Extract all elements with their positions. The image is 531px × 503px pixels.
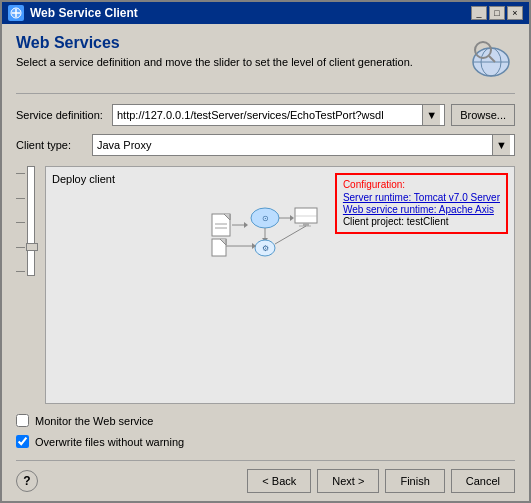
help-button[interactable]: ?: [16, 470, 38, 492]
window: Web Service Client _ □ × Web Services Se…: [0, 0, 531, 503]
svg-line-25: [275, 226, 306, 244]
monitor-checkbox-row: Monitor the Web service: [16, 414, 515, 427]
svg-text:⊙: ⊙: [262, 214, 269, 223]
web-service-runtime-link[interactable]: Web service runtime: Apache Axis: [343, 204, 500, 215]
mark-4: —: [16, 242, 25, 252]
browse-button[interactable]: Browse...: [451, 104, 515, 126]
client-type-row: Client type: Java Proxy ▼: [16, 134, 515, 156]
client-type-arrow-icon: ▼: [496, 139, 507, 151]
service-definition-input[interactable]: http://127.0.0.1/testServer/services/Ech…: [112, 104, 445, 126]
cancel-button[interactable]: Cancel: [451, 469, 515, 493]
dropdown-arrow-icon: ▼: [426, 109, 437, 121]
overwrite-checkbox[interactable]: [16, 435, 29, 448]
page-title: Web Services: [16, 34, 413, 52]
service-definition-row: Service definition: http://127.0.0.1/tes…: [16, 104, 515, 126]
page-subtitle: Select a service definition and move the…: [16, 56, 413, 68]
client-type-value: Java Proxy: [97, 139, 492, 151]
monitor-label[interactable]: Monitor the Web service: [35, 415, 153, 427]
app-icon: [8, 5, 24, 21]
footer: ? < Back Next > Finish Cancel: [16, 460, 515, 493]
config-panel: Configuration: Server runtime: Tomcat v7…: [335, 173, 508, 234]
config-title: Configuration:: [343, 179, 500, 190]
monitor-checkbox[interactable]: [16, 414, 29, 427]
overwrite-checkbox-row: Overwrite files without warning: [16, 435, 515, 448]
maximize-button[interactable]: □: [489, 6, 505, 20]
finish-button[interactable]: Finish: [385, 469, 444, 493]
window-controls: _ □ ×: [471, 6, 523, 20]
mark-2: —: [16, 193, 25, 203]
svg-marker-20: [290, 215, 294, 221]
slider-area: — — — — —: [16, 166, 35, 404]
overwrite-label[interactable]: Overwrite files without warning: [35, 436, 184, 448]
client-type-label: Client type:: [16, 139, 86, 151]
mark-3: —: [16, 217, 25, 227]
footer-buttons: < Back Next > Finish Cancel: [247, 469, 515, 493]
mark-1: —: [16, 168, 25, 178]
back-button[interactable]: < Back: [247, 469, 311, 493]
deploy-content: Deploy client: [45, 166, 515, 404]
deploy-area: — — — — — Deploy client: [16, 166, 515, 404]
svg-marker-12: [244, 222, 248, 228]
slider-track[interactable]: [27, 166, 35, 276]
service-definition-label: Service definition:: [16, 109, 106, 121]
slider-thumb[interactable]: [26, 243, 38, 251]
header-area: Web Services Select a service definition…: [16, 34, 515, 94]
titlebar: Web Service Client _ □ ×: [2, 2, 529, 24]
minimize-button[interactable]: _: [471, 6, 487, 20]
slider-marks: — — — — —: [16, 166, 25, 276]
service-definition-value: http://127.0.0.1/testServer/services/Ech…: [117, 109, 422, 121]
client-project-text: Client project: testClient: [343, 216, 500, 227]
wizard-icon: [467, 34, 515, 85]
svg-rect-21: [295, 208, 317, 223]
content-area: Web Services Select a service definition…: [2, 24, 529, 501]
next-button[interactable]: Next >: [317, 469, 379, 493]
footer-left: ?: [16, 470, 38, 492]
mark-5: —: [16, 266, 25, 276]
server-runtime-link[interactable]: Server runtime: Tomcat v7.0 Server: [343, 192, 500, 203]
svg-text:⚙: ⚙: [262, 244, 269, 253]
client-type-select[interactable]: Java Proxy ▼: [92, 134, 515, 156]
client-type-dropdown-arrow[interactable]: ▼: [492, 135, 510, 155]
window-title: Web Service Client: [30, 6, 465, 20]
close-button[interactable]: ×: [507, 6, 523, 20]
service-definition-dropdown[interactable]: ▼: [422, 105, 440, 125]
